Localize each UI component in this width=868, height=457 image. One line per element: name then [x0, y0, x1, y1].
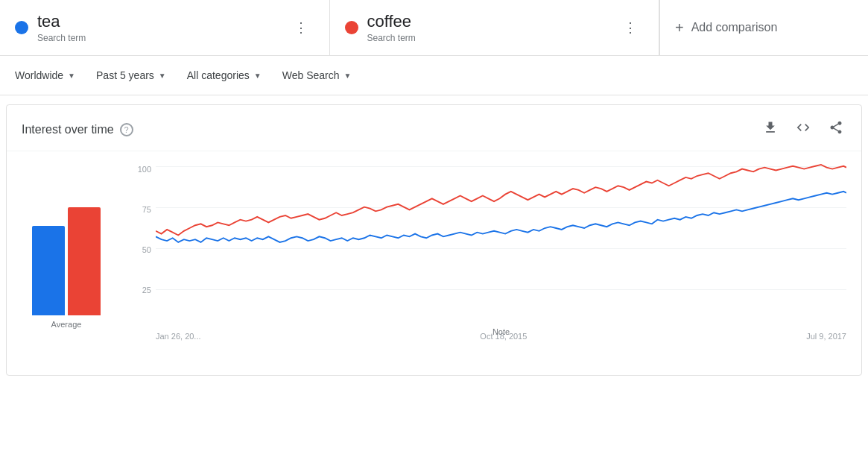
- tea-card: tea Search term ⋮: [0, 0, 330, 55]
- search-type-label: Web Search: [282, 69, 340, 81]
- tea-bar: [32, 226, 65, 315]
- coffee-menu-button[interactable]: ⋮: [618, 13, 644, 42]
- filter-bar: Worldwide ▼ Past 5 years ▼ All categorie…: [0, 56, 868, 95]
- coffee-bar: [68, 207, 101, 315]
- embed-icon[interactable]: [793, 117, 814, 142]
- chart-actions: [760, 117, 846, 142]
- chart-title-row: Interest over time ?: [22, 123, 133, 136]
- y-label-50: 50: [130, 245, 156, 254]
- tea-line: [156, 192, 846, 242]
- tea-dot: [15, 21, 28, 34]
- y-label-25: 25: [130, 286, 156, 294]
- category-label: All categories: [187, 69, 250, 81]
- tea-term-info: tea Search term: [37, 12, 288, 43]
- coffee-line: [156, 165, 846, 236]
- chart-body: Average 100 75 50 25: [7, 151, 861, 375]
- x-axis: Note Jan 26, 20... Oct 18, 2015 Jul 9, 2…: [156, 327, 846, 357]
- chart-note: Note: [492, 327, 510, 336]
- chart-title: Interest over time: [22, 123, 114, 136]
- tea-term-name: tea: [37, 12, 288, 31]
- add-comparison-label: Add comparison: [691, 21, 778, 34]
- x-label-start: Jan 26, 20...: [156, 332, 201, 341]
- line-chart-area: 100 75 50 25 Note: [130, 163, 846, 357]
- y-label-100: 100: [130, 165, 156, 174]
- bar-chart-area: Average: [22, 181, 111, 345]
- time-range-chevron: ▼: [159, 72, 166, 80]
- search-type-chevron: ▼: [343, 72, 351, 80]
- tea-menu-button[interactable]: ⋮: [288, 13, 314, 42]
- location-label: Worldwide: [15, 69, 63, 81]
- coffee-term-sub: Search term: [367, 33, 618, 43]
- coffee-dot: [345, 21, 358, 34]
- tea-term-sub: Search term: [37, 33, 288, 43]
- line-chart-svg: [156, 163, 846, 318]
- y-label-75: 75: [130, 205, 156, 214]
- plus-icon: +: [675, 19, 684, 37]
- chart-section: Interest over time ? Average: [6, 104, 862, 376]
- add-comparison-button[interactable]: + Add comparison: [659, 0, 868, 55]
- search-type-filter[interactable]: Web Search ▼: [273, 63, 361, 87]
- location-chevron: ▼: [68, 72, 75, 80]
- category-filter[interactable]: All categories ▼: [178, 63, 270, 87]
- time-range-label: Past 5 years: [96, 69, 154, 81]
- bar-average-label: Average: [51, 320, 82, 329]
- x-label-end: Jul 9, 2017: [806, 332, 846, 341]
- category-chevron: ▼: [254, 72, 262, 80]
- share-icon[interactable]: [826, 117, 846, 142]
- bars-container: [32, 181, 101, 315]
- download-icon[interactable]: [760, 117, 781, 142]
- help-icon[interactable]: ?: [120, 123, 133, 136]
- coffee-card: coffee Search term ⋮: [330, 0, 660, 55]
- coffee-term-name: coffee: [367, 12, 618, 31]
- chart-header: Interest over time ?: [7, 105, 861, 151]
- y-axis: 100 75 50 25: [130, 163, 156, 327]
- location-filter[interactable]: Worldwide ▼: [6, 63, 84, 87]
- time-range-filter[interactable]: Past 5 years ▼: [87, 63, 175, 87]
- coffee-term-info: coffee Search term: [367, 12, 618, 43]
- header-bar: tea Search term ⋮ coffee Search term ⋮ +…: [0, 0, 868, 56]
